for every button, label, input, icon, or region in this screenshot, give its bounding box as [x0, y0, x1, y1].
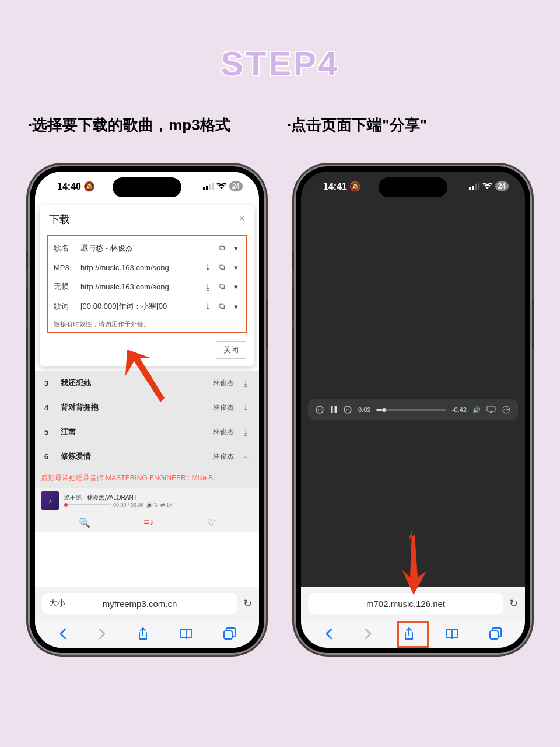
list-item[interactable]: 5江南林俊杰⭳ — [35, 420, 259, 444]
volume-icon[interactable]: 🔊 — [473, 406, 481, 414]
download-icon[interactable]: ⭳ — [203, 302, 212, 311]
search-icon[interactable]: 🔍 — [79, 517, 90, 528]
close-button[interactable]: 关闭 — [216, 341, 246, 359]
reload-icon[interactable]: ↻ — [509, 597, 518, 610]
battery-icon: 24 — [229, 181, 243, 191]
download-icon[interactable]: ⭳ — [242, 379, 250, 388]
signal-icon — [203, 183, 214, 190]
annotation-arrow — [397, 528, 432, 598]
more-icon[interactable] — [502, 405, 511, 414]
url-text: m702.music.126.net — [366, 599, 445, 609]
svg-rect-3 — [212, 183, 214, 190]
svg-rect-1 — [206, 186, 208, 190]
copy-icon[interactable]: ⧉ — [217, 282, 226, 291]
chevron-down-icon[interactable]: ▾ — [231, 263, 240, 272]
heart-icon[interactable]: ♡ — [207, 517, 215, 528]
info-line: 后期母带处理录音师 MASTERING ENGINEER : Mike B... — [35, 469, 259, 488]
modal-row-songname[interactable]: 歌名 愿与愁 - 林俊杰 ⧉ ▾ — [48, 238, 246, 258]
chevron-down-icon[interactable]: ▾ — [231, 302, 240, 311]
download-icon[interactable]: ⭳ — [242, 403, 250, 412]
forward-icon[interactable] — [363, 628, 373, 640]
svg-rect-20 — [490, 631, 498, 639]
close-icon[interactable]: × — [239, 212, 245, 226]
modal-row-mp3[interactable]: MP3 http://music.163.com/song. ⭳ ⧉ ▾ — [48, 258, 246, 277]
tabs-icon[interactable] — [223, 627, 236, 640]
rewind-icon[interactable]: 15 — [315, 405, 324, 414]
page-title: STEP4 — [0, 0, 560, 83]
url-text: myfreemp3.com.cn — [103, 599, 177, 609]
row-value: [00:00.000]作词：小寒[00 — [80, 301, 198, 312]
row-label: 歌词 — [54, 301, 76, 312]
svg-rect-12 — [335, 406, 337, 413]
media-progress[interactable] — [376, 409, 446, 411]
download-icon[interactable]: ⭳ — [242, 428, 250, 437]
row-label: 歌名 — [54, 243, 76, 253]
list-item[interactable]: 6修炼爱情林俊杰︿ — [35, 444, 259, 469]
status-right: 24 — [203, 181, 243, 191]
svg-rect-6 — [472, 186, 474, 190]
row-label: 无损 — [54, 281, 76, 292]
bookmarks-icon[interactable] — [445, 628, 459, 640]
svg-point-17 — [504, 409, 505, 410]
forward-icon[interactable] — [97, 628, 107, 640]
download-icon[interactable]: ⭳ — [203, 282, 212, 291]
phones-container: 14:40 🔕 24 下载 × 歌名 愿与愁 - 林俊杰 ⧉ ▾ M — [0, 165, 560, 655]
svg-text:15: 15 — [346, 409, 350, 412]
status-right: 24 — [469, 181, 509, 191]
modal-row-lossless[interactable]: 无损 http://music.163.com/song ⭳ ⧉ ▾ — [48, 277, 246, 296]
modal-note: 链接有时效性，请勿用作于外链。 — [48, 316, 246, 330]
safari-toolbar — [301, 620, 525, 648]
svg-point-19 — [508, 409, 509, 410]
collapse-icon[interactable]: ︿ — [242, 451, 250, 462]
status-time: 14:41 🔕 — [323, 181, 361, 192]
playlist-icon[interactable]: ≡♪ — [144, 517, 153, 528]
media-player-area: 15 15 0:02 -0:42 🔊 — [301, 201, 525, 574]
back-icon[interactable] — [324, 628, 334, 640]
copy-icon[interactable]: ⧉ — [217, 243, 226, 253]
safari-toolbar — [35, 620, 259, 648]
svg-rect-2 — [209, 184, 211, 190]
airplay-icon[interactable] — [487, 406, 496, 414]
forward-15-icon[interactable]: 15 — [343, 405, 352, 414]
progress-bar[interactable] — [64, 504, 111, 505]
phone-left: 14:40 🔕 24 下载 × 歌名 愿与愁 - 林俊杰 ⧉ ▾ M — [28, 165, 266, 655]
media-controls: 15 15 0:02 -0:42 🔊 — [308, 399, 518, 420]
screen-left: 14:40 🔕 24 下载 × 歌名 愿与愁 - 林俊杰 ⧉ ▾ M — [35, 172, 259, 648]
modal-highlight-box: 歌名 愿与愁 - 林俊杰 ⧉ ▾ MP3 http://music.163.co… — [47, 235, 247, 333]
reload-icon[interactable]: ↻ — [243, 597, 252, 610]
share-highlight-box — [397, 621, 429, 648]
svg-rect-4 — [224, 631, 232, 639]
chevron-down-icon[interactable]: ▾ — [231, 282, 240, 291]
svg-rect-8 — [478, 183, 480, 190]
tabs-icon[interactable] — [489, 627, 502, 640]
chevron-down-icon[interactable]: ▾ — [231, 244, 240, 253]
row-value: 愿与愁 - 林俊杰 — [80, 243, 212, 253]
back-icon[interactable] — [58, 628, 68, 640]
album-thumb: ♪ — [41, 491, 60, 510]
pause-icon[interactable] — [330, 406, 337, 414]
text-size-button[interactable]: 大小 — [49, 598, 65, 609]
copy-icon[interactable]: ⧉ — [217, 302, 226, 311]
captions-row: ·选择要下载的歌曲，mp3格式 ·点击页面下端"分享" — [0, 115, 560, 135]
battery-icon: 24 — [495, 181, 509, 191]
caption-right: ·点击页面下端"分享" — [287, 115, 532, 135]
modal-row-lyrics[interactable]: 歌词 [00:00.000]作词：小寒[00 ⭳ ⧉ ▾ — [48, 296, 246, 316]
player-tabs: 🔍 ≡♪ ♡ — [35, 514, 259, 532]
wifi-icon — [216, 183, 226, 190]
mini-player[interactable]: ♪ 绝不绝 - 林俊杰,VALORANT 00:09 / 03:46 🔊 ↻ ⇄… — [35, 488, 259, 514]
svg-text:15: 15 — [318, 409, 322, 412]
svg-rect-15 — [487, 406, 495, 411]
svg-rect-0 — [203, 187, 205, 190]
dynamic-island — [113, 177, 181, 197]
download-icon[interactable]: ⭳ — [203, 263, 212, 272]
url-field[interactable]: 大小 myfreemp3.com.cn — [42, 593, 237, 614]
phone-right: 14:41 🔕 24 15 15 0:02 -0:42 🔊 — [294, 165, 532, 655]
row-label: MP3 — [54, 263, 76, 272]
copy-icon[interactable]: ⧉ — [217, 263, 226, 272]
svg-rect-11 — [331, 406, 333, 413]
share-icon[interactable] — [137, 627, 149, 641]
download-modal: 下载 × 歌名 愿与愁 - 林俊杰 ⧉ ▾ MP3 http://music.1… — [40, 205, 254, 366]
time-current: 0:02 — [358, 406, 370, 413]
bookmarks-icon[interactable] — [179, 628, 193, 640]
status-time: 14:40 🔕 — [57, 181, 95, 192]
